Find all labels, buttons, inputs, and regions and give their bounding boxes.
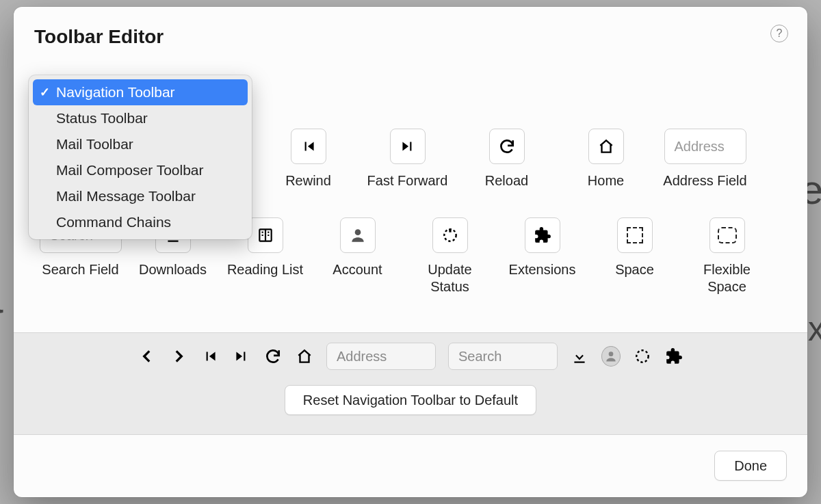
preview-toolbar-row[interactable]: Address Search xyxy=(138,343,683,370)
tool-flexible-space[interactable]: Flexible Space xyxy=(681,217,773,295)
background-content: c t a ' e B xyxy=(0,103,3,490)
preview-update-status-button[interactable] xyxy=(633,347,652,366)
preview-search-field[interactable]: Search xyxy=(448,343,558,370)
menu-item-mail-message-toolbar[interactable]: Mail Message Toolbar xyxy=(33,183,248,209)
extensions-icon xyxy=(534,226,551,244)
svg-point-1 xyxy=(354,229,361,235)
account-icon xyxy=(601,346,621,367)
preview-downloads-button[interactable] xyxy=(570,347,589,366)
preview-home-button[interactable] xyxy=(295,347,314,366)
svg-point-3 xyxy=(609,352,614,356)
reload-icon xyxy=(264,347,282,365)
help-icon: ? xyxy=(777,27,783,40)
update-status-icon xyxy=(441,226,459,244)
reload-icon xyxy=(498,137,516,155)
current-toolbar-preview: Address Search Reset Navigation Toolbar … xyxy=(14,332,807,435)
preview-account-button[interactable] xyxy=(601,347,621,366)
fast-forward-icon xyxy=(399,137,417,155)
account-icon xyxy=(349,226,367,244)
flexible-space-icon xyxy=(718,227,737,243)
svg-point-4 xyxy=(636,350,648,362)
preview-address-field[interactable]: Address xyxy=(326,343,436,370)
help-button[interactable]: ? xyxy=(770,25,788,42)
preview-fast-forward-button[interactable] xyxy=(232,347,251,366)
home-icon xyxy=(296,347,313,365)
menu-item-navigation-toolbar[interactable]: Navigation Toolbar xyxy=(33,79,248,105)
reading-list-icon xyxy=(257,226,274,244)
tool-update-status[interactable]: Update Status xyxy=(404,217,496,295)
update-status-icon xyxy=(634,347,651,365)
tool-reload[interactable]: Reload xyxy=(457,129,556,190)
reset-toolbar-button[interactable]: Reset Navigation Toolbar to Default xyxy=(285,385,536,415)
preview-forward-button[interactable] xyxy=(169,347,188,366)
menu-item-command-chains[interactable]: Command Chains xyxy=(33,209,248,235)
dialog-title: Toolbar Editor xyxy=(34,26,164,48)
tool-extensions[interactable]: Extensions xyxy=(496,217,588,295)
rewind-icon xyxy=(201,347,219,365)
chevron-left-icon xyxy=(138,347,156,365)
preview-reload-button[interactable] xyxy=(263,347,283,366)
toolbar-editor-dialog: Toolbar Editor ? Rewind Fast Forward Rel… xyxy=(14,7,807,497)
preview-extensions-button[interactable] xyxy=(664,347,683,366)
home-icon xyxy=(597,137,615,155)
preview-back-button[interactable] xyxy=(138,347,157,366)
fast-forward-icon xyxy=(233,347,250,365)
address-field-placeholder: Address xyxy=(664,129,746,164)
done-button[interactable]: Done xyxy=(714,451,787,481)
menu-item-mail-composer-toolbar[interactable]: Mail Composer Toolbar xyxy=(33,157,248,183)
rewind-icon xyxy=(300,137,317,155)
preview-rewind-button[interactable] xyxy=(200,347,220,366)
menu-item-status-toolbar[interactable]: Status Toolbar xyxy=(33,105,248,131)
tool-account[interactable]: Account xyxy=(311,217,404,295)
space-icon xyxy=(627,227,643,243)
tool-rewind[interactable]: Rewind xyxy=(259,129,358,190)
chevron-right-icon xyxy=(170,347,187,365)
tool-home[interactable]: Home xyxy=(556,129,655,190)
downloads-icon xyxy=(571,347,588,365)
tool-fast-forward[interactable]: Fast Forward xyxy=(358,129,457,190)
menu-item-mail-toolbar[interactable]: Mail Toolbar xyxy=(33,131,248,157)
tool-address-field[interactable]: Address Address Field xyxy=(655,129,755,190)
toolbar-selector-menu[interactable]: Navigation Toolbar Status Toolbar Mail T… xyxy=(29,75,252,239)
extensions-icon xyxy=(665,347,683,365)
tool-space[interactable]: Space xyxy=(588,217,681,295)
